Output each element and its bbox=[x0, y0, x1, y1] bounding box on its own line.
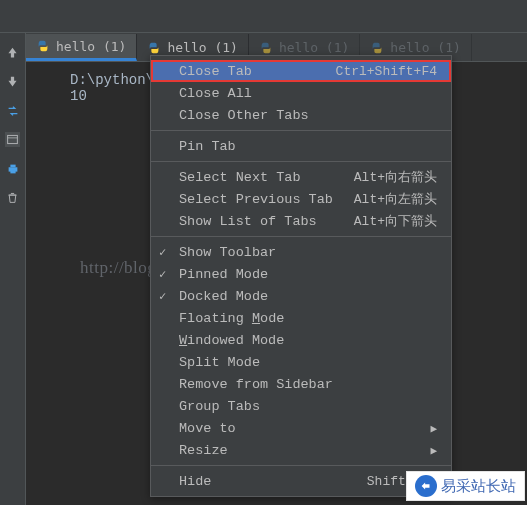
menu-group-tabs[interactable]: Group Tabs bbox=[151, 395, 451, 417]
editor-tab[interactable]: hello (1) bbox=[26, 34, 137, 61]
menu-pin-tab[interactable]: Pin Tab bbox=[151, 135, 451, 157]
menu-item-shortcut: Alt+向左箭头 bbox=[354, 190, 437, 208]
check-icon: ✓ bbox=[159, 245, 166, 260]
menu-floating-mode[interactable]: Floating Mode bbox=[151, 307, 451, 329]
check-icon: ✓ bbox=[159, 289, 166, 304]
menu-item-label: Pinned Mode bbox=[179, 267, 437, 282]
menu-item-shortcut: Alt+向右箭头 bbox=[354, 168, 437, 186]
tab-context-menu: Close Tab Ctrl+Shift+F4 Close All Close … bbox=[150, 55, 452, 497]
menu-show-toolbar[interactable]: ✓ Show Toolbar bbox=[151, 241, 451, 263]
menu-item-label: Close Tab bbox=[179, 64, 336, 79]
left-toolbar bbox=[0, 33, 26, 505]
titlebar-spacer bbox=[0, 0, 26, 32]
menu-close-tab[interactable]: Close Tab Ctrl+Shift+F4 bbox=[151, 60, 451, 82]
menu-item-label: Floating Mode bbox=[179, 311, 437, 326]
menu-item-label: Remove from Sidebar bbox=[179, 377, 437, 392]
menu-select-next-tab[interactable]: Select Next Tab Alt+向右箭头 bbox=[151, 166, 451, 188]
swap-icon[interactable] bbox=[5, 103, 20, 118]
menu-item-shortcut: Alt+向下箭头 bbox=[354, 212, 437, 230]
menu-item-label: Close All bbox=[179, 86, 437, 101]
menu-item-label: Show Toolbar bbox=[179, 245, 437, 260]
site-badge: 易采站长站 bbox=[406, 471, 525, 501]
menu-item-label: Split Mode bbox=[179, 355, 437, 370]
python-file-icon bbox=[370, 41, 384, 55]
submenu-arrow-icon: ▶ bbox=[430, 422, 437, 435]
tab-label: hello (1) bbox=[167, 40, 237, 55]
menu-item-label: Select Next Tab bbox=[179, 170, 354, 185]
svg-rect-4 bbox=[10, 170, 15, 173]
site-badge-icon bbox=[415, 475, 437, 497]
menu-separator bbox=[151, 130, 451, 131]
menu-item-label: Move to bbox=[179, 421, 430, 436]
tab-label: hello (1) bbox=[56, 39, 126, 54]
menu-separator bbox=[151, 465, 451, 466]
menu-item-label: Show List of Tabs bbox=[179, 214, 354, 229]
menu-item-label: Hide bbox=[179, 474, 367, 489]
layout-icon[interactable] bbox=[5, 132, 20, 147]
menu-move-to[interactable]: Move to ▶ bbox=[151, 417, 451, 439]
menu-resize[interactable]: Resize ▶ bbox=[151, 439, 451, 461]
svg-rect-3 bbox=[10, 164, 15, 167]
menu-docked-mode[interactable]: ✓ Docked Mode bbox=[151, 285, 451, 307]
menu-close-all[interactable]: Close All bbox=[151, 82, 451, 104]
check-icon: ✓ bbox=[159, 267, 166, 282]
window-titlebar bbox=[0, 0, 527, 33]
menu-item-label: Windowed Mode bbox=[179, 333, 437, 348]
menu-show-list-tabs[interactable]: Show List of Tabs Alt+向下箭头 bbox=[151, 210, 451, 232]
print-icon[interactable] bbox=[5, 161, 20, 176]
menu-item-shortcut: Ctrl+Shift+F4 bbox=[336, 64, 437, 79]
menu-remove-sidebar[interactable]: Remove from Sidebar bbox=[151, 373, 451, 395]
arrow-up-icon[interactable] bbox=[5, 45, 20, 60]
menu-separator bbox=[151, 236, 451, 237]
menu-separator bbox=[151, 161, 451, 162]
menu-item-label: Group Tabs bbox=[179, 399, 437, 414]
menu-split-mode[interactable]: Split Mode bbox=[151, 351, 451, 373]
menu-item-label: Resize bbox=[179, 443, 430, 458]
editor-gutter bbox=[44, 72, 70, 104]
arrow-down-icon[interactable] bbox=[5, 74, 20, 89]
menu-select-prev-tab[interactable]: Select Previous Tab Alt+向左箭头 bbox=[151, 188, 451, 210]
menu-item-label: Docked Mode bbox=[179, 289, 437, 304]
python-file-icon bbox=[147, 41, 161, 55]
trash-icon[interactable] bbox=[5, 190, 20, 205]
tab-label: hello (1) bbox=[390, 40, 460, 55]
site-badge-text: 易采站长站 bbox=[441, 477, 516, 496]
menu-pinned-mode[interactable]: ✓ Pinned Mode bbox=[151, 263, 451, 285]
menu-item-label: Close Other Tabs bbox=[179, 108, 437, 123]
menu-close-other[interactable]: Close Other Tabs bbox=[151, 104, 451, 126]
menu-windowed-mode[interactable]: Windowed Mode bbox=[151, 329, 451, 351]
menu-item-label: Pin Tab bbox=[179, 139, 437, 154]
svg-rect-0 bbox=[8, 135, 18, 143]
menu-item-label: Select Previous Tab bbox=[179, 192, 354, 207]
submenu-arrow-icon: ▶ bbox=[430, 444, 437, 457]
python-file-icon bbox=[36, 39, 50, 53]
python-file-icon bbox=[259, 41, 273, 55]
tab-label: hello (1) bbox=[279, 40, 349, 55]
